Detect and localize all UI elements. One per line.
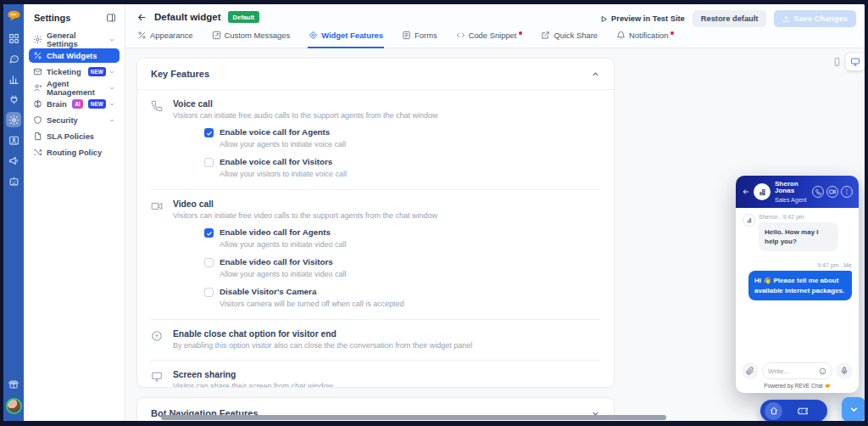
tab-forms[interactable]: Forms <box>401 31 438 48</box>
chevron-down-icon <box>108 85 115 92</box>
video-icon <box>151 199 164 309</box>
settings-sidebar: Settings General Settings Chat Widgets T… <box>24 4 125 421</box>
analytics-icon[interactable] <box>6 71 21 87</box>
checkbox-unchecked[interactable] <box>204 258 214 267</box>
checkbox-unchecked[interactable] <box>204 158 214 167</box>
chevron-down-icon <box>108 117 115 124</box>
kebab-menu-icon[interactable] <box>841 186 853 198</box>
chat-input-bar: Write... <box>736 358 859 383</box>
feature-description: Visitors can initiate free audio calls t… <box>173 111 592 120</box>
checkbox-unchecked[interactable] <box>204 288 214 297</box>
route-icon <box>33 148 42 157</box>
feature-title: Voice call <box>173 99 592 109</box>
microphone-icon[interactable] <box>836 362 853 379</box>
agent-avatar-small <box>743 214 755 227</box>
sidebar-item-routing-policy[interactable]: Routing Policy <box>29 145 120 160</box>
voice-call-icon[interactable] <box>812 186 824 198</box>
preview-test-site-link[interactable]: Preview in Test Site <box>600 14 685 23</box>
feature-description: Visitor can share their screen from chat… <box>173 382 592 388</box>
person-icon <box>33 83 42 92</box>
checkbox-checked[interactable] <box>204 128 214 137</box>
feature-description: By enabling this option visitor also can… <box>173 341 592 350</box>
agent-avatar <box>754 183 771 200</box>
outgoing-message-meta: 9:47 pm . Me <box>743 262 852 268</box>
collapse-chevron-up-icon[interactable] <box>591 70 600 79</box>
sidebar-title: Settings <box>34 13 70 23</box>
attachment-icon[interactable] <box>742 362 759 379</box>
alert-dot <box>519 31 522 35</box>
chat-messages: Sheron . 9:42 pm Hello. How may I help y… <box>736 208 859 358</box>
gem-icon <box>309 31 318 40</box>
sidebar-item-label: Brain <box>47 100 67 109</box>
icon-rail <box>3 4 24 421</box>
collapse-panel-icon[interactable] <box>106 13 116 23</box>
shield-icon <box>33 115 42 125</box>
incoming-message-bubble: Hello. How may I help you? <box>759 222 838 251</box>
sidebar-item-ticketing[interactable]: Ticketing NEW <box>29 64 120 79</box>
chevron-down-icon <box>108 101 115 108</box>
feature-close-chat: Enable close chat option for visitor end… <box>151 320 600 361</box>
messages-icon[interactable] <box>6 51 21 66</box>
save-changes-button[interactable]: Save Changes <box>774 10 856 27</box>
tab-bar: Appearance Custom Messages Widget Featur… <box>136 31 675 48</box>
back-arrow-icon[interactable] <box>136 12 147 23</box>
campaigns-icon[interactable] <box>6 153 21 168</box>
page-header: Default widget Default Preview in Test S… <box>125 4 865 48</box>
back-arrow-icon[interactable] <box>742 188 750 196</box>
reve-chat-mini-logo-icon <box>825 384 831 389</box>
app-window: Settings General Settings Chat Widgets T… <box>3 4 865 421</box>
chatbot-icon[interactable] <box>6 173 21 188</box>
home-tab-icon[interactable] <box>765 402 782 420</box>
sidebar-item-brain[interactable]: Brain AI NEW <box>29 97 120 111</box>
gear-icon <box>33 35 42 44</box>
reve-chat-logo-icon <box>7 9 21 22</box>
sidebar-item-label: SLA Policies <box>47 132 94 141</box>
feature-title: Enable close chat option for visitor end <box>173 329 592 339</box>
alert-dot <box>670 31 674 35</box>
horizontal-scrollbar[interactable] <box>161 415 666 420</box>
agent-name: Sheron Jonas <box>775 181 809 194</box>
checkbox-checked[interactable] <box>204 228 214 238</box>
mobile-preview-icon[interactable] <box>832 56 842 68</box>
monitor-icon <box>151 370 164 388</box>
tab-code-snippet[interactable]: Code Snippet <box>455 31 524 48</box>
integrations-icon[interactable] <box>6 92 21 107</box>
minimize-widget-button[interactable] <box>842 397 865 421</box>
brush-icon <box>33 51 42 60</box>
tab-widget-features[interactable]: Widget Features <box>308 31 384 48</box>
dashboard-icon[interactable] <box>6 31 21 46</box>
key-features-card: Key Features Voice call Visitors can ini… <box>136 58 615 388</box>
settings-icon[interactable] <box>6 112 21 127</box>
sidebar-item-security[interactable]: Security <box>29 113 120 127</box>
edit-icon <box>212 31 221 40</box>
form-icon <box>402 31 411 40</box>
sidebar-item-label: Ticketing <box>47 68 81 76</box>
sidebar-item-chat-widgets[interactable]: Chat Widgets <box>29 48 120 63</box>
brain-icon <box>33 99 42 109</box>
sidebar-item-sla-policies[interactable]: SLA Policies <box>29 129 120 143</box>
gift-icon[interactable] <box>6 377 21 392</box>
tab-quick-share[interactable]: Quick Share <box>540 31 598 48</box>
feature-title: Video call <box>173 199 592 209</box>
restore-default-button[interactable]: Restore default <box>693 10 767 27</box>
tab-appearance[interactable]: Appearance <box>136 31 194 48</box>
sidebar-item-label: General Settings <box>47 31 104 48</box>
sidebar-item-general-settings[interactable]: General Settings <box>29 32 120 47</box>
ticket-tab-icon[interactable] <box>798 406 809 417</box>
message-input[interactable]: Write... <box>762 362 832 379</box>
sidebar-item-label: Security <box>47 116 78 125</box>
powered-by: Powered by REVE Chat <box>736 383 859 393</box>
emoji-icon[interactable] <box>819 367 826 375</box>
desktop-preview-icon[interactable] <box>846 53 865 70</box>
page-title: Default widget <box>154 12 221 22</box>
user-avatar[interactable] <box>6 398 22 414</box>
envelope-icon <box>33 67 42 76</box>
default-badge: Default <box>228 11 259 23</box>
new-badge: NEW <box>88 99 106 109</box>
tab-notification[interactable]: Notification <box>615 31 675 48</box>
tab-custom-messages[interactable]: Custom Messages <box>211 31 292 48</box>
contacts-icon[interactable] <box>6 132 21 148</box>
sidebar-item-agent-management[interactable]: Agent Management <box>29 81 120 95</box>
video-call-icon[interactable] <box>826 186 838 198</box>
document-icon <box>33 132 42 141</box>
